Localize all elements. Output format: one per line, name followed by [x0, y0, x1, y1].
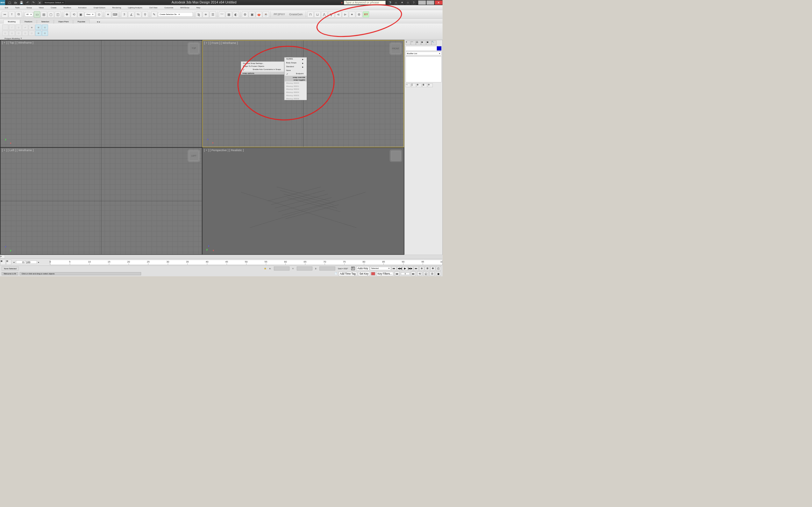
cp-utilities-icon[interactable]: 🔧: [431, 41, 436, 45]
selection-filter[interactable]: All▾: [25, 12, 33, 16]
select-link-icon[interactable]: ⫘: [2, 11, 8, 17]
tl-range-field[interactable]: [16, 261, 37, 264]
undo-icon[interactable]: ↶: [25, 1, 30, 5]
snap6-icon[interactable]: ⊳: [342, 11, 348, 17]
snap3-icon[interactable]: ⋀: [321, 11, 328, 17]
poly-border-icon[interactable]: ◇: [16, 24, 22, 30]
current-frame-field[interactable]: [401, 272, 410, 275]
snap-toggle-icon[interactable]: 3: [121, 11, 127, 17]
coord-x-field[interactable]: [274, 266, 289, 270]
poly-vertex-icon[interactable]: ·: [3, 24, 9, 30]
spinner-snap-icon[interactable]: ⚲: [142, 11, 148, 17]
cp-display-icon[interactable]: ▣: [426, 41, 431, 45]
poly-mode2-icon[interactable]: ▥: [42, 24, 48, 30]
poly-element-icon[interactable]: ▣: [29, 24, 35, 30]
play-icon[interactable]: ▶: [402, 266, 407, 271]
menu-create[interactable]: Create: [49, 6, 58, 9]
minimize-button[interactable]: ─: [418, 1, 426, 5]
autokey-button[interactable]: Auto Key: [356, 266, 369, 271]
pin-stack-icon[interactable]: ⊣: [406, 83, 411, 87]
tab-objectpaint[interactable]: Object Paint: [54, 20, 73, 24]
schematic-icon[interactable]: ▦: [226, 11, 232, 17]
cp-create-icon[interactable]: ✦: [406, 41, 411, 45]
snap4-icon[interactable]: ⋁: [328, 11, 334, 17]
viewport-front[interactable]: [ + ] [ Front ] [ Wireframe ] FRONT z x …: [202, 40, 404, 147]
poly-poly-icon[interactable]: ▱: [22, 24, 28, 30]
binoculars-icon[interactable]: 🔭: [388, 1, 393, 5]
keyfilter-swatch[interactable]: [371, 272, 375, 275]
nav4-icon[interactable]: ◰: [436, 266, 441, 271]
poly-b4-icon[interactable]: ◻: [22, 31, 28, 36]
viewcube-front[interactable]: FRONT: [391, 44, 400, 53]
coord-y-field[interactable]: [297, 266, 312, 270]
viewcube-top[interactable]: TOP: [189, 44, 199, 53]
configure-icon[interactable]: ⚙: [428, 83, 432, 87]
mirror-icon[interactable]: ⧎: [196, 11, 202, 17]
curve-editor-icon[interactable]: 〰: [219, 11, 225, 17]
goto-end-icon[interactable]: ⏭: [414, 266, 419, 271]
snap5-icon[interactable]: ⊲: [335, 11, 341, 17]
keyfilters-button[interactable]: Key Filters...: [376, 272, 393, 276]
menu-animation[interactable]: Animation: [77, 6, 88, 9]
new-icon[interactable]: ▢: [7, 1, 12, 5]
menu-group[interactable]: Group: [25, 6, 33, 9]
rotate-icon[interactable]: ⟲: [71, 11, 77, 17]
menu-tools[interactable]: Tools: [14, 6, 21, 9]
object-color-swatch[interactable]: [437, 47, 441, 51]
save-icon[interactable]: 💾: [19, 1, 24, 5]
bind-icon[interactable]: ⧉: [16, 11, 22, 17]
tl-track[interactable]: 0510152025303540455055606570758085909510…: [50, 260, 443, 265]
menu-grapheditors[interactable]: Graph Editors: [92, 6, 107, 9]
layers-icon[interactable]: ☰: [210, 11, 216, 17]
ctx-standard[interactable]: Standard: [284, 65, 307, 69]
goto-start-icon[interactable]: ⏮: [392, 266, 396, 271]
select-rect-icon[interactable]: ▢: [48, 11, 54, 17]
close-button[interactable]: ✕: [435, 1, 443, 5]
time-next-icon[interactable]: ⏭: [411, 272, 416, 276]
mini-play-button[interactable]: ▸: [0, 255, 5, 259]
tab-populate[interactable]: Populate: [73, 20, 90, 24]
viewport-top-label[interactable]: [ + ] [ Top ] [ Wireframe ]: [2, 41, 34, 45]
remove-mod-icon[interactable]: 🗑: [422, 83, 427, 87]
render-icon[interactable]: 🫖: [256, 11, 262, 17]
menu-edit[interactable]: Edit: [3, 6, 9, 9]
pivot-icon[interactable]: ⊙: [96, 11, 102, 17]
menu-help[interactable]: Help: [195, 6, 202, 9]
show-end-icon[interactable]: ║: [411, 83, 416, 87]
viewport-perspective[interactable]: [ + ] [ Perspective ] [ Realistic ] z y: [202, 148, 404, 255]
pf2pxy-label[interactable]: PF2PXY: [272, 13, 286, 16]
modifier-list-dropdown[interactable]: Modifier List▾: [406, 52, 442, 55]
addtimetag-button[interactable]: Add Time Tag: [338, 272, 357, 276]
menu-rendering[interactable]: Rendering: [111, 6, 122, 9]
subscription-icon[interactable]: ⌂: [393, 1, 398, 5]
key-icon[interactable]: ⚿: [351, 266, 355, 271]
menu-civilview[interactable]: Civil View: [148, 6, 159, 9]
object-name-field[interactable]: [406, 46, 442, 51]
poly-b5-icon[interactable]: ◻: [29, 31, 35, 36]
exchange-icon[interactable]: ✦: [400, 1, 404, 5]
ribbon-group-label[interactable]: Polygon Modeling▾: [3, 36, 48, 40]
cp-hierarchy-icon[interactable]: 品: [416, 41, 421, 45]
keymode-selected[interactable]: Selected▾: [370, 267, 391, 270]
tab-modeling[interactable]: Modeling: [3, 20, 20, 24]
maximize-button[interactable]: ☐: [427, 1, 434, 5]
snap7-icon[interactable]: ✦: [349, 11, 356, 17]
workspace-selector[interactable]: Workspace: Default▾: [43, 1, 65, 5]
align-icon[interactable]: ≑: [203, 11, 209, 17]
viewport-left[interactable]: [ + ] [ Left ] [ Wireframe ] LEFT z y: [0, 148, 202, 255]
favorites-icon[interactable]: ☆: [405, 1, 410, 5]
viewport-front-label[interactable]: [ + ] [ Front ] [ Wireframe ]: [204, 41, 238, 45]
render-prod-icon[interactable]: ☕: [263, 11, 269, 17]
viewcube-left[interactable]: LEFT: [189, 151, 199, 161]
nav5-icon[interactable]: ⟲: [417, 272, 422, 276]
cp-modify-icon[interactable]: 〰: [411, 41, 416, 45]
select-object-icon[interactable]: ▭: [34, 11, 40, 17]
lock-icon[interactable]: 🔒: [264, 267, 267, 270]
named-selection-set[interactable]: Create Selection Se▾: [158, 12, 193, 16]
coord-z-field[interactable]: [320, 266, 335, 270]
tab-selection[interactable]: Selection: [37, 20, 54, 24]
setkey-button[interactable]: Set Key: [358, 272, 370, 276]
nav3-icon[interactable]: ✥: [431, 266, 435, 271]
menu-lighting[interactable]: Lighting Analysis: [127, 6, 144, 9]
tl-keymode1-icon[interactable]: ▦: [0, 260, 5, 265]
